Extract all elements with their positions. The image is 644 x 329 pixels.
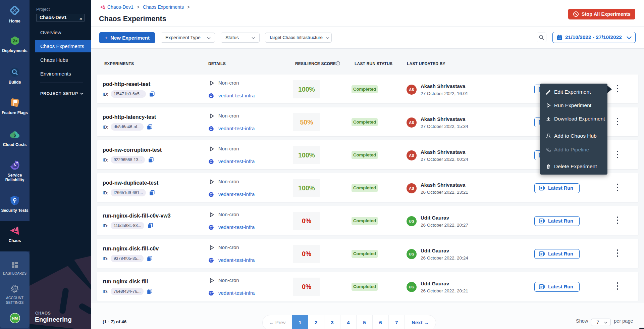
svg-text:$: $ (13, 133, 16, 138)
svg-text:NM: NM (12, 316, 17, 320)
